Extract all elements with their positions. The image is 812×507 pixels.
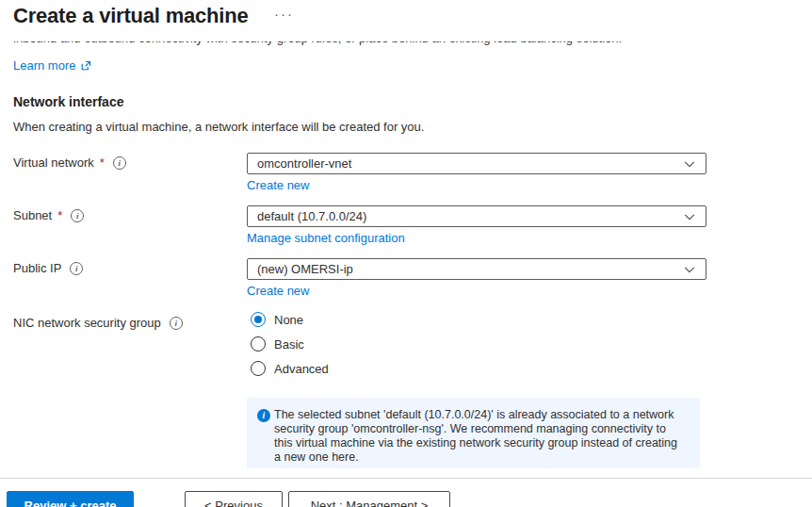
- virtual-network-label: Virtual network * i: [13, 155, 126, 170]
- nic-nsg-label: NIC network security group i: [13, 316, 183, 330]
- external-link-icon: [80, 60, 91, 72]
- radio-button-icon: [251, 312, 266, 327]
- virtual-network-label-text: Virtual network: [13, 155, 94, 170]
- public-ip-value: (new) OMERSI-ip: [257, 262, 353, 276]
- info-tooltip-icon[interactable]: i: [113, 156, 126, 170]
- intro-paragraph-text: Define network connectivity for your vir…: [13, 41, 707, 47]
- review-create-button[interactable]: Review + create: [7, 491, 134, 507]
- nsg-radio-none-label: None: [274, 313, 303, 327]
- more-options-icon[interactable]: ···: [274, 6, 294, 22]
- create-new-vnet-link[interactable]: Create new: [247, 178, 309, 192]
- info-icon: i: [257, 409, 270, 422]
- public-ip-dropdown[interactable]: (new) OMERSI-ip: [247, 258, 706, 280]
- page-title: Create a virtual machine: [13, 4, 249, 28]
- chevron-down-icon: [683, 263, 696, 276]
- footer-divider: [0, 478, 812, 479]
- nsg-radio-none[interactable]: None: [251, 312, 303, 327]
- required-asterisk: *: [57, 208, 62, 222]
- nsg-radio-advanced-label: Advanced: [274, 362, 329, 376]
- info-line: this virtual machine via the existing ne…: [274, 436, 677, 450]
- previous-button[interactable]: < Previous: [185, 491, 283, 507]
- info-box-text: The selected subnet 'default (10.7.0.0/2…: [274, 408, 677, 465]
- next-management-button[interactable]: Next : Management >: [288, 491, 450, 507]
- radio-button-icon: [251, 336, 266, 352]
- radio-button-icon: [251, 361, 266, 376]
- section-description: When creating a virtual machine, a netwo…: [13, 120, 424, 134]
- learn-more-label: Learn more: [13, 58, 75, 73]
- section-heading: Network interface: [13, 94, 123, 109]
- virtual-network-value: omcontroller-vnet: [257, 156, 351, 171]
- subnet-label: Subnet * i: [13, 208, 84, 222]
- intro-paragraph-clipped: Define network connectivity for your vir…: [13, 41, 707, 47]
- subnet-value: default (10.7.0.0/24): [257, 209, 366, 223]
- create-vm-page: Create a virtual machine ··· Define netw…: [0, 0, 812, 507]
- info-line: security group 'omcontroller-nsg'. We re…: [274, 422, 677, 436]
- virtual-network-dropdown[interactable]: omcontroller-vnet: [247, 153, 706, 174]
- info-tooltip-icon[interactable]: i: [170, 317, 183, 330]
- public-ip-label-text: Public IP: [13, 261, 61, 275]
- info-line: a new one here.: [274, 450, 677, 465]
- nsg-radio-advanced[interactable]: Advanced: [251, 361, 329, 376]
- subnet-dropdown[interactable]: default (10.7.0.0/24): [247, 205, 706, 227]
- create-new-ip-link[interactable]: Create new: [247, 284, 309, 298]
- info-tooltip-icon[interactable]: i: [71, 209, 84, 222]
- public-ip-label: Public IP i: [13, 261, 83, 275]
- nic-nsg-label-text: NIC network security group: [13, 316, 161, 330]
- nsg-radio-basic[interactable]: Basic: [251, 336, 304, 352]
- chevron-down-icon: [683, 210, 696, 223]
- required-asterisk: *: [100, 155, 105, 170]
- nsg-radio-basic-label: Basic: [274, 337, 304, 352]
- subnet-label-text: Subnet: [13, 208, 52, 222]
- learn-more-link[interactable]: Learn more: [13, 58, 91, 73]
- manage-subnet-configuration-link[interactable]: Manage subnet configuration: [247, 231, 405, 245]
- chevron-down-icon: [683, 157, 696, 171]
- info-line: The selected subnet 'default (10.7.0.0/2…: [274, 408, 677, 422]
- subnet-nsg-info-box: i The selected subnet 'default (10.7.0.0…: [247, 398, 700, 468]
- info-tooltip-icon[interactable]: i: [70, 262, 83, 275]
